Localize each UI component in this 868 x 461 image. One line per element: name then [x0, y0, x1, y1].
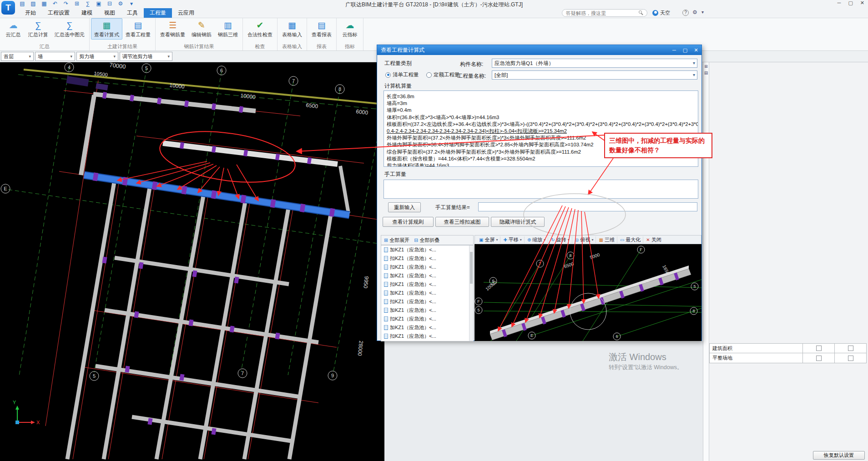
fullscreen-button[interactable]: ▣全屏▾	[477, 236, 500, 243]
sum-icon[interactable]: ∑	[85, 0, 91, 7]
help-icon[interactable]: ?	[682, 10, 689, 16]
tree-item[interactable]: 加KZ1（应急池）<...	[381, 271, 473, 280]
legality-check-button[interactable]: ✔ 合法性检查	[244, 18, 276, 40]
rotate-button[interactable]: ↻旋转▾	[549, 236, 572, 243]
tree-item[interactable]: 加KZ1（应急池）<...	[381, 306, 473, 315]
close-button[interactable]: ✕	[860, 0, 864, 6]
summary-calc-button[interactable]: ∑ 汇总计算	[25, 18, 51, 40]
ribbon-group-table-input: ▦ 表格输入 表格输入	[278, 18, 307, 50]
search-icon[interactable]	[639, 10, 642, 14]
tree-item[interactable]: 扣KZ1（应急池）<...	[381, 280, 473, 289]
reinput-button[interactable]: 重新输入	[388, 202, 421, 212]
category-select[interactable]: 墙 ▾	[35, 52, 75, 61]
tree-item[interactable]: 扣KZ1（应急池）<...	[381, 254, 473, 263]
search-input[interactable]	[562, 9, 647, 17]
manual-result-input[interactable]	[478, 202, 697, 211]
three-d-viewer[interactable]: KZ1（应急池） KZ1（应急池） KZ1（应急池） 7 8 F 6 F 5 E…	[474, 244, 701, 341]
dialog-titlebar[interactable]: 查看工程量计算式 ─ ▢ ✕	[377, 45, 701, 55]
tree-item[interactable]: 加KZ1（应急池）<...	[381, 323, 473, 332]
view-report-button[interactable]: ▤ 查看报表	[308, 18, 335, 40]
grid-icon[interactable]: ⊞	[74, 0, 80, 7]
checkbox[interactable]	[848, 346, 853, 351]
plan-drawing-canvas[interactable]: 70000 10500 10000 10000 6500 6000 9950 2…	[0, 62, 384, 461]
list-quantity-radio[interactable]: 清单工程量	[385, 71, 419, 78]
more-icon[interactable]: ▾	[128, 0, 135, 7]
component-name-select[interactable]: 应急池剪力墙Q1（外墙） ▾	[492, 59, 697, 68]
user-name[interactable]: 天空	[660, 10, 670, 16]
checkbox-cell[interactable]	[803, 353, 835, 363]
view-quantity-button[interactable]: ▤ 查看工程量	[122, 18, 154, 40]
tab-view[interactable]: 视图	[98, 8, 121, 18]
element-select[interactable]: 调节池剪力墙 ▾	[120, 52, 172, 61]
collapsed-panel-strip[interactable]: ⊞ ▤	[703, 62, 709, 461]
tree-item[interactable]: 扣KZ1（应急池）<...	[381, 332, 473, 341]
dialog-minimize-button[interactable]: ─	[669, 45, 680, 55]
tab-start[interactable]: 开始	[19, 8, 42, 18]
type-select[interactable]: 剪力墙 ▾	[76, 52, 118, 61]
app-logo[interactable]: T	[1, 1, 15, 15]
gear-icon[interactable]: ⚙	[692, 9, 697, 15]
new-icon[interactable]: ▤	[19, 0, 25, 7]
checkbox[interactable]	[816, 356, 822, 361]
panel-icon[interactable]: ⊟	[106, 0, 113, 7]
collapse-ribbon-icon[interactable]: ▾	[701, 10, 704, 15]
quota-quantity-radio[interactable]: 定额工程量	[426, 71, 460, 78]
checkbox-cell[interactable]	[803, 343, 835, 353]
view-rebar-button[interactable]: ☰ 查看钢筋量	[157, 18, 188, 40]
tab-project-settings[interactable]: 工程设置	[42, 8, 76, 18]
settings-icon[interactable]: ⚙	[117, 0, 124, 7]
view-calc-rules-button[interactable]: 查看计算规则	[383, 217, 434, 227]
edit-rebar-button[interactable]: ✎ 编辑钢筋	[188, 18, 215, 40]
close-viewer-button[interactable]: ✕关闭	[644, 236, 663, 243]
maximize-button[interactable]: ▢	[848, 0, 853, 6]
dialog-close-button[interactable]: ✕	[691, 45, 701, 55]
save-icon[interactable]: ▦	[41, 0, 47, 7]
tree-item[interactable]: 扣KZ1（应急池）<...	[381, 297, 473, 306]
tree-scrollbar[interactable]	[469, 246, 473, 341]
cloud-indicator-button[interactable]: ☁ 云指标	[338, 18, 362, 40]
panel-tab-icon[interactable]: ▤	[703, 70, 709, 75]
zoom-button[interactable]: ⊕缩放▾	[525, 236, 548, 243]
deduction-tree-list[interactable]: 加KZ1（应急池）<... 扣KZ1（应急池）<... 扣KZ1（应急池）<..…	[381, 245, 474, 341]
rebar-3d-button[interactable]: ▥ 钢筋三维	[215, 18, 241, 40]
chevron-down-icon: ▾	[568, 238, 570, 242]
view-formula-button[interactable]: ▦ 查看计算式	[91, 18, 122, 40]
tree-item[interactable]: 扣KZ1（应急池）<...	[381, 263, 473, 271]
tab-modeling[interactable]: 建模	[76, 8, 98, 18]
view-icon[interactable]: ▣	[96, 0, 102, 7]
user-avatar-icon[interactable]	[652, 10, 658, 16]
checkbox[interactable]	[816, 346, 822, 351]
pan-button[interactable]: ✚平移▾	[501, 236, 524, 243]
restore-defaults-button[interactable]: 恢复默认设置	[813, 451, 865, 460]
manual-quantity-input[interactable]	[384, 180, 698, 199]
panel-tab-icon[interactable]: ⊞	[703, 64, 709, 69]
scrollbar-thumb[interactable]	[470, 252, 473, 284]
maximize-viewer-button[interactable]: ▭最大化	[618, 236, 643, 243]
dialog-maximize-button[interactable]: ▢	[680, 45, 691, 55]
hide-detail-formula-button[interactable]: 隐藏详细计算式	[491, 217, 545, 227]
checkbox[interactable]	[848, 356, 853, 361]
view-3d-deduction-button[interactable]: 查看三维扣减图	[435, 217, 489, 227]
floor-select[interactable]: 首层 ▾	[1, 52, 34, 61]
minimize-button[interactable]: ─	[838, 0, 841, 6]
collapse-all-button[interactable]: ⊟ 全部折叠	[414, 237, 439, 244]
tree-item[interactable]: 加KZ1（应急池）<...	[381, 289, 473, 297]
redo-icon[interactable]: ↷	[63, 0, 69, 7]
expand-all-button[interactable]: ⊞ 全部展开	[384, 237, 409, 244]
cloud-summary-button[interactable]: ☁ 云汇总	[1, 18, 25, 40]
three-d-button[interactable]: ▦三维	[596, 236, 617, 243]
tree-item[interactable]: 加KZ1（应急池）<...	[381, 246, 473, 254]
quantity-name-select[interactable]: [全部] ▾	[492, 70, 697, 80]
checkbox-cell[interactable]	[835, 343, 867, 353]
tab-tools[interactable]: 工具	[121, 8, 144, 18]
open-icon[interactable]: ▨	[30, 0, 36, 7]
checkbox-cell[interactable]	[835, 353, 867, 363]
summary-selected-button[interactable]: ∑ 汇总选中图元	[51, 18, 88, 40]
tab-cloud-apps[interactable]: 云应用	[172, 8, 200, 18]
undo-icon[interactable]: ↶	[52, 0, 58, 7]
walls[interactable]	[67, 94, 348, 459]
tree-item[interactable]: 扣KZ1（应急池）<...	[381, 315, 473, 323]
tab-quantities[interactable]: 工程量	[144, 8, 172, 18]
top-view-button[interactable]: ◎俯视▾	[573, 236, 596, 243]
table-input-button[interactable]: ▦ 表格输入	[279, 18, 305, 40]
